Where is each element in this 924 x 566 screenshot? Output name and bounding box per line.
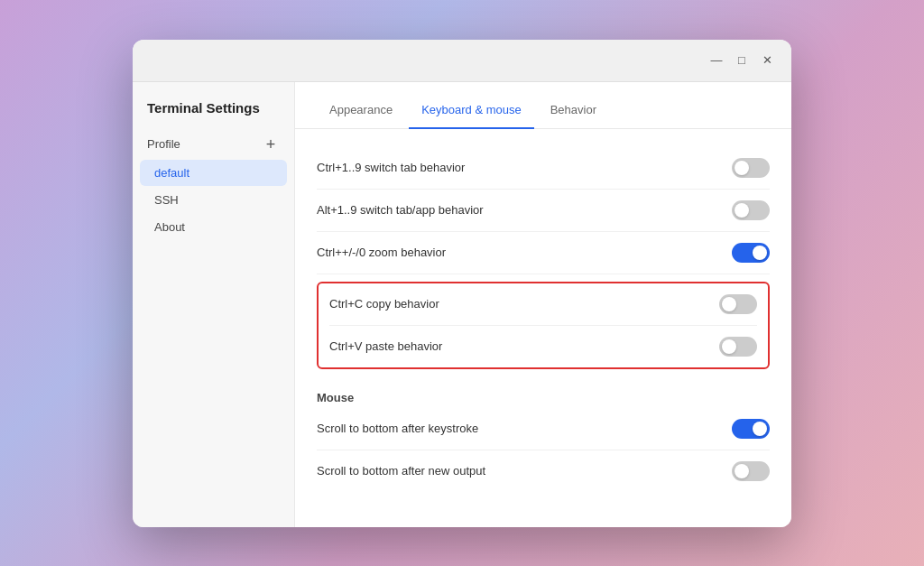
alt-1-9-tab-slider	[732, 200, 770, 220]
mouse-section-label: Mouse	[317, 376, 770, 408]
titlebar: — □ ✕	[133, 40, 791, 82]
tab-appearance[interactable]: Appearance	[317, 92, 405, 129]
sidebar-item-about[interactable]: About	[140, 214, 287, 240]
sidebar-item-default[interactable]: default	[140, 160, 287, 186]
window-content: Terminal Settings Profile + default SSH …	[133, 82, 791, 527]
terminal-settings-window: — □ ✕ Terminal Settings Profile + defaul…	[133, 40, 791, 527]
ctrl-v-paste-slider	[719, 337, 757, 357]
sidebar-item-ssh[interactable]: SSH	[140, 187, 287, 213]
alt-1-9-tab-toggle[interactable]	[732, 200, 770, 220]
profile-section-header: Profile +	[133, 130, 294, 159]
add-profile-button[interactable]: +	[262, 135, 280, 153]
setting-alt-1-9-tab: Alt+1..9 switch tab/app behavior	[317, 190, 770, 232]
minimize-button[interactable]: —	[705, 49, 728, 72]
ctrl-v-paste-toggle[interactable]	[719, 337, 757, 357]
scroll-output-slider	[732, 461, 770, 481]
sidebar-item-ssh-label: SSH	[154, 193, 179, 207]
sidebar-item-about-label: About	[154, 220, 185, 234]
alt-1-9-tab-label: Alt+1..9 switch tab/app behavior	[317, 203, 484, 217]
profile-section-label: Profile	[147, 137, 180, 151]
setting-scroll-output: Scroll to bottom after new output	[317, 450, 770, 492]
ctrl-c-copy-slider	[719, 294, 757, 314]
setting-ctrl-c-copy: Ctrl+C copy behavior	[329, 283, 757, 326]
ctrl-1-9-tab-label: Ctrl+1..9 switch tab behavior	[317, 161, 465, 174]
ctrl-c-copy-toggle[interactable]	[719, 294, 757, 314]
scroll-keystroke-toggle[interactable]	[732, 419, 770, 439]
tab-keyboard-mouse[interactable]: Keyboard & mouse	[409, 92, 534, 129]
sidebar-title: Terminal Settings	[133, 100, 294, 130]
ctrl-1-9-tab-toggle[interactable]	[732, 158, 770, 178]
ctrl-zoom-label: Ctrl++/-/0 zoom behavior	[317, 246, 446, 259]
settings-body: Ctrl+1..9 switch tab behavior Alt+1..9 s…	[295, 129, 791, 527]
ctrl-c-copy-label: Ctrl+C copy behavior	[329, 297, 439, 311]
scroll-keystroke-slider	[732, 419, 770, 439]
scroll-output-label: Scroll to bottom after new output	[317, 464, 485, 478]
sidebar-item-default-label: default	[154, 166, 189, 180]
setting-ctrl-v-paste: Ctrl+V paste behavior	[329, 326, 757, 367]
tab-behavior[interactable]: Behavior	[538, 92, 609, 129]
highlighted-copy-paste-group: Ctrl+C copy behavior Ctrl+V paste behavi…	[317, 282, 770, 369]
setting-ctrl-zoom: Ctrl++/-/0 zoom behavior	[317, 232, 770, 274]
maximize-button[interactable]: □	[730, 49, 753, 72]
tabs-bar: Appearance Keyboard & mouse Behavior	[295, 82, 791, 129]
setting-scroll-keystroke: Scroll to bottom after keystroke	[317, 408, 770, 450]
sidebar: Terminal Settings Profile + default SSH …	[133, 82, 295, 527]
ctrl-v-paste-label: Ctrl+V paste behavior	[329, 339, 442, 353]
scroll-keystroke-label: Scroll to bottom after keystroke	[317, 422, 478, 435]
ctrl-zoom-toggle[interactable]	[732, 243, 770, 263]
close-button[interactable]: ✕	[755, 49, 779, 72]
main-content: Appearance Keyboard & mouse Behavior Ctr…	[295, 82, 791, 527]
ctrl-1-9-tab-slider	[732, 158, 770, 178]
setting-ctrl-1-9-tab: Ctrl+1..9 switch tab behavior	[317, 147, 770, 190]
ctrl-zoom-slider	[732, 243, 770, 263]
scroll-output-toggle[interactable]	[732, 461, 770, 481]
